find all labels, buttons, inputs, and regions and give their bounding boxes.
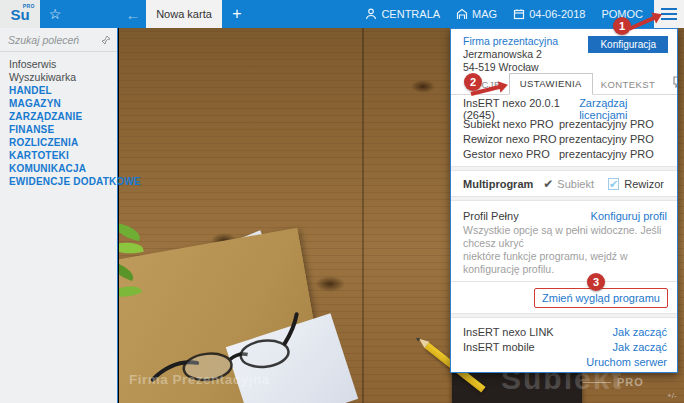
tab-label: Nowa karta — [156, 8, 212, 20]
sidebar-item-infoserwis[interactable]: Infoserwis — [9, 58, 117, 71]
multiprogram-subiekt-label: Subiekt — [557, 178, 594, 190]
product-name: InsERT mobile — [463, 341, 535, 353]
speech-bubble-icon — [673, 76, 678, 88]
multiprogram-rewizor-label: Rewizor — [624, 178, 664, 190]
jak-zaczac-link[interactable]: Jak zacząć — [613, 341, 667, 353]
license-row: Rewizor nexo PRO prezentacyjny PRO — [463, 131, 667, 146]
licenses-section: InsERT nexo 20.0.1 (2645) Zarządzaj lice… — [451, 95, 677, 166]
sidebar-item-komunikacja[interactable]: KOMUNIKACJA — [9, 162, 117, 175]
app-window: Firma Prezentacyjna Subiekt PRO +/- Su P… — [0, 0, 684, 403]
sidebar-item-rozliczenia[interactable]: ROZLICZENIA — [9, 136, 117, 149]
app-logo-pro-badge: PRO — [23, 3, 35, 9]
profile-description-line1: Wszystkie opcje są w pełni widoczne. Jeś… — [463, 224, 667, 250]
license-value: prezentacyjny PRO — [559, 118, 667, 130]
rewizor-checkbox[interactable]: ✔ — [608, 178, 619, 190]
pin-icon[interactable] — [101, 35, 111, 45]
tab-nowa-karta[interactable]: Nowa karta — [146, 0, 222, 28]
profile-description-line2: niektóre funkcje programu, wejdź w konfi… — [463, 250, 667, 276]
license-value: prezentacyjny PRO — [559, 148, 667, 160]
multiprogram-section: Multiprogram ✔ Subiekt ✔ Rewizor ✔ Gesto… — [451, 171, 677, 196]
change-appearance-row: 3 Zmień wygląd programu — [451, 282, 677, 313]
license-value: prezentacyjny PRO — [559, 133, 667, 145]
branch-label: CENTRALA — [381, 8, 440, 20]
license-row: Subiekt nexo PRO prezentacyjny PRO — [463, 116, 667, 131]
back-arrow-icon[interactable]: ← — [120, 0, 146, 28]
favorites-star-icon[interactable]: ☆ — [40, 0, 70, 28]
uruchom-serwer-link[interactable]: Uruchom serwer — [586, 356, 667, 368]
product-name: InsERT nexo LINK — [463, 326, 554, 338]
license-product-name: Rewizor nexo PRO — [463, 133, 559, 145]
date-selector[interactable]: 04-06-2018 — [508, 0, 590, 28]
tab-ustawienia[interactable]: USTAWIENIA — [509, 73, 593, 95]
user-icon — [365, 8, 377, 20]
warehouse-label: MAG — [472, 8, 497, 20]
branch-selector[interactable]: CENTRALA — [360, 0, 445, 28]
license-product-name: Subiekt nexo PRO — [463, 118, 559, 130]
sidebar-item-wyszukiwarka[interactable]: Wyszukiwarka — [9, 71, 117, 84]
plant-leaf — [119, 240, 144, 256]
annotation-badge-3: 3 — [587, 273, 605, 291]
license-product-name: Gestor nexo PRO — [463, 148, 559, 160]
product-link-row: InsERT mobile Jak zacząć — [463, 339, 667, 354]
company-header: Firma prezentacyjna Jerzmanowska 2 54-51… — [451, 29, 677, 73]
date-label: 04-06-2018 — [529, 8, 585, 20]
app-logo[interactable]: Su PRO — [0, 0, 40, 28]
product-link-row: InsERT nexo LINK Jak zacząć — [463, 324, 667, 339]
top-bar: Su PRO ☆ ← Nowa karta + CENTRALA MAG 04-… — [0, 0, 684, 28]
multiprogram-label: Multiprogram — [463, 178, 533, 190]
sidebar-item-handel[interactable]: HANDEL — [9, 84, 117, 97]
sidebar-menu: Infoserwis Wyszukiwarka HANDEL MAGAZYN Z… — [0, 52, 117, 188]
wood-knot — [315, 276, 345, 292]
sidebar-item-finanse[interactable]: FINANSE — [9, 123, 117, 136]
settings-dropdown-panel: Firma prezentacyjna Jerzmanowska 2 54-51… — [450, 28, 678, 373]
edition-watermark: PRO — [617, 376, 644, 388]
configure-profile-link[interactable]: Konfiguruj profil — [591, 210, 667, 222]
command-search-row — [0, 28, 117, 52]
feedback-bubble-tab[interactable] — [669, 73, 678, 94]
corner-watermark: +/- — [667, 391, 677, 400]
sidebar-item-ewidencje-dodatkowe[interactable]: EWIDENCJE DODATKOWE — [9, 175, 117, 188]
sidebar-item-zarzadzanie[interactable]: ZARZĄDZANIE — [9, 110, 117, 123]
sidebar-item-kartoteki[interactable]: KARTOTEKI — [9, 149, 117, 162]
calendar-icon — [513, 8, 525, 20]
change-appearance-link[interactable]: Zmień wygląd programu — [534, 288, 668, 308]
profile-label: Profil Pełny — [463, 210, 519, 222]
search-input[interactable] — [8, 34, 101, 46]
tab-kontekst[interactable]: KONTEKST — [593, 75, 663, 94]
new-tab-button[interactable]: + — [222, 0, 252, 28]
company-watermark: Firma Prezentacyjna — [129, 372, 270, 387]
profile-section: Profil Pełny Konfiguruj profil Wszystkie… — [451, 201, 677, 276]
sidebar: Infoserwis Wyszukiwarka HANDEL MAGAZYN Z… — [0, 28, 118, 403]
warehouse-icon — [456, 8, 468, 20]
plant-leaf — [119, 223, 142, 241]
check-icon: ✔ — [543, 177, 553, 191]
license-row: Gestor nexo PRO prezentacyjny PRO — [463, 146, 667, 161]
sidebar-item-magazyn[interactable]: MAGAZYN — [9, 97, 117, 110]
jak-zaczac-link[interactable]: Jak zacząć — [613, 326, 667, 338]
konfiguracja-button[interactable]: Konfiguracja — [588, 36, 668, 53]
products-section: InsERT nexo LINK Jak zacząć InsERT mobil… — [451, 318, 677, 373]
wood-knot — [411, 80, 435, 93]
annotation-badge-2: 2 — [464, 73, 482, 91]
warehouse-selector[interactable]: MAG — [451, 0, 502, 28]
